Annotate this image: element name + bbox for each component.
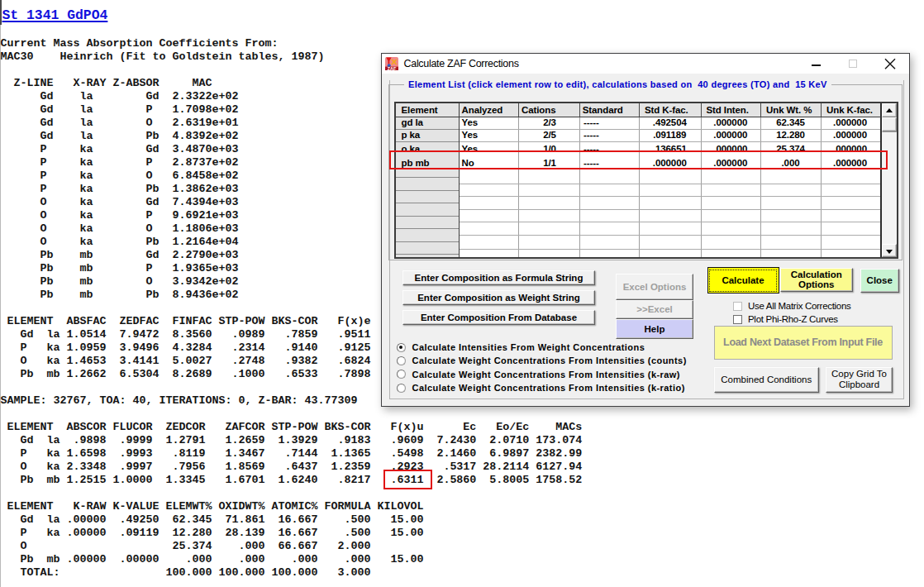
svg-text:ZAF: ZAF xyxy=(388,66,397,70)
